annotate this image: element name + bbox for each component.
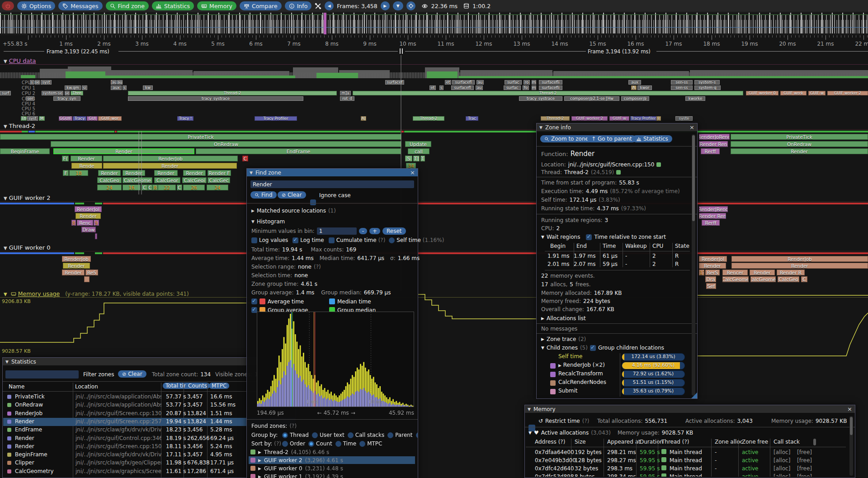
timeline-zone[interactable]: i (656, 116, 661, 121)
timeline-zone[interactable]: au (476, 85, 483, 90)
timeline-zone[interactable]: Render (98, 170, 121, 176)
timeline-zone[interactable]: 26 (183, 185, 205, 190)
timeline-zone[interactable]: ser (26, 96, 34, 101)
crosshair-button[interactable] (406, 1, 415, 10)
timeline-zone[interactable]: Render (53, 148, 194, 154)
messages-button[interactable]: Messages (58, 1, 102, 10)
collapse-icon[interactable]: ▼ (5, 360, 9, 364)
time-relative-checkbox[interactable] (586, 234, 592, 240)
clear-filter-button[interactable]: ⊘Clear (118, 370, 146, 378)
free-callstack[interactable]: [free] (797, 457, 812, 464)
go-to-parent-button[interactable]: ↑Go to parent (587, 135, 636, 142)
timeline-zone[interactable]: Rende (71, 163, 102, 169)
alloc-callstack[interactable]: [alloc] (774, 449, 790, 455)
timeline-zone[interactable]: composer@ (621, 96, 649, 101)
child-zone-row[interactable]: ▶ RenderJob (×2) 4.16 ms (92.60%) (537, 362, 691, 370)
find-button[interactable]: Find (250, 191, 277, 199)
alloc-callstack[interactable]: [alloc] (774, 473, 790, 477)
clear-button[interactable]: ⊘Clear (278, 191, 306, 199)
timeline-zone[interactable]: PrivateTick (0, 134, 401, 140)
expand-icon[interactable]: ▶ (258, 450, 261, 454)
scrollbar[interactable] (849, 416, 853, 476)
timeline-zone[interactable]: Rerff (701, 148, 720, 154)
timeline-zone[interactable]: GGUIF (59, 116, 72, 121)
filter-zones-input[interactable] (5, 370, 79, 379)
timeline-zone[interactable]: 24 (97, 185, 122, 190)
timeline-zone[interactable]: CalcGeoi (182, 177, 207, 183)
allocation-row[interactable]: 0x7dfaa64e00 192 bytes 298.21 ms 59.95 s… (526, 449, 855, 457)
radio-option[interactable]: Count (308, 440, 332, 447)
timeline-zone[interactable]: Rencer (722, 270, 748, 275)
find-zone-button[interactable]: Find zone (106, 1, 149, 10)
timeline-zone[interactable]: RenderJob (731, 256, 868, 262)
radio-option[interactable]: Order (282, 440, 305, 447)
column-counts[interactable]: Counts (185, 383, 210, 389)
timeline-zone[interactable]: GUIF work (780, 91, 807, 95)
timeline-zone[interactable]: C (177, 185, 182, 190)
timeline-zone[interactable]: m (532, 85, 536, 90)
timeline-zone[interactable]: Render (731, 263, 868, 269)
group-children-checkbox[interactable] (590, 345, 596, 351)
timeline-zone[interactable]: tracy_syn (53, 96, 80, 101)
timeline-zone[interactable]: Render F (208, 170, 231, 176)
timeline-zone[interactable]: kwor (637, 85, 652, 90)
find-zone-titlebar[interactable]: ▼Find zone× (247, 169, 418, 176)
zone-info-titlebar[interactable]: ▼Zone info× (537, 123, 697, 131)
timeline-zone[interactable]: CalcGeome (722, 276, 749, 282)
timeline-zone[interactable]: system-s (694, 80, 720, 85)
increment-button[interactable]: + (369, 228, 380, 234)
timeline-zone[interactable]: GUIF-w (808, 91, 826, 95)
timeline-zone[interactable]: Thread-2 (353, 91, 743, 95)
log-values-checkbox[interactable] (251, 237, 257, 243)
timeline-zone[interactable]: S (405, 156, 412, 161)
timeline-zone[interactable]: Tracy (73, 116, 86, 121)
timeline-zone[interactable]: RenderJoRend (699, 134, 730, 140)
legend-entry[interactable]: Median time (329, 297, 407, 306)
timeline-zone[interactable]: C (142, 185, 148, 190)
scrollbar-thumb[interactable] (813, 439, 816, 445)
timeline-zone[interactable]: CalcGeo (97, 177, 122, 183)
timeline-zone[interactable]: Render (71, 156, 102, 161)
timeline-zone[interactable]: Thread-2 (413, 116, 444, 121)
timeline-zone[interactable]: tracy_systrace (519, 96, 562, 101)
tools-icon[interactable] (315, 3, 321, 9)
ignore-case-checkbox[interactable] (310, 199, 316, 205)
child-zone-row[interactable]: CalcRenderNodes 51.51 us (1.15%) (537, 379, 691, 388)
timeline-zone[interactable]: RenderJob (103, 156, 238, 161)
timeline-zone[interactable]: CalcGeor (154, 177, 180, 183)
zone-group-row[interactable]: ▶ GUIF worker 1 (3,192) 4.39 s (249, 473, 415, 478)
active-allocations-header[interactable]: ▼♥Active allocations(3,043)Memory usage:… (528, 430, 693, 436)
timeline-zone[interactable]: m (532, 80, 536, 85)
timeline-zone[interactable]: fo (523, 85, 529, 90)
radio-option[interactable]: Parent (387, 432, 412, 438)
timeline-zone[interactable]: Th (21, 116, 27, 121)
timeline-zone[interactable]: surfacefl (451, 85, 474, 90)
timeline-zone[interactable]: Tracy Profiler (255, 116, 297, 121)
prev-frame-button[interactable]: ◀ (325, 1, 334, 10)
cumulate-time-checkbox[interactable] (329, 237, 335, 243)
timeline-zone[interactable]: Render R (777, 270, 805, 275)
zone-group-row[interactable]: ▶ GUIF worker 0 (3,231) 4.48 s (249, 464, 415, 472)
timeline-zone[interactable]: ro (524, 80, 530, 85)
radio-option[interactable]: MTPC (359, 440, 382, 447)
timeline-zone[interactable]: se (65, 91, 70, 95)
legend-entry[interactable]: Average time (251, 297, 329, 306)
timeline-zone[interactable]: kw (143, 85, 153, 90)
allocation-row[interactable]: 0x7dfc42d640 32 bytes 298.3 ms 59.95 s M… (526, 465, 855, 473)
collapse-icon[interactable]: ▼ (250, 170, 253, 175)
column-zone-free[interactable]: Zone free (742, 439, 768, 445)
self-time-radio[interactable] (389, 237, 395, 243)
timeline-zone[interactable]: Render Ren (699, 141, 728, 147)
timeline-zone[interactable]: s (439, 85, 443, 90)
legend-checkbox[interactable] (251, 298, 257, 304)
timeline-zone[interactable]: s (123, 85, 127, 90)
timeline-zone[interactable]: sen-ss (671, 80, 693, 85)
child-zone-row[interactable]: Submit 35.63 us (0.79%) (537, 388, 691, 396)
timeline-zone[interactable]: call (408, 148, 429, 154)
timeline-zone[interactable]: Render (699, 263, 726, 269)
wait-row[interactable]: 1.91 ms 1.97 ms 61 µs - 2 R (546, 253, 691, 261)
timeline-zone[interactable]: et (445, 80, 451, 85)
zoom-to-zone-button[interactable]: Zoom to zone (540, 135, 593, 142)
timeline-zone[interactable]: au (117, 80, 123, 85)
child-zone-row[interactable]: Self time 172.14 us (3.83%) (537, 353, 691, 362)
